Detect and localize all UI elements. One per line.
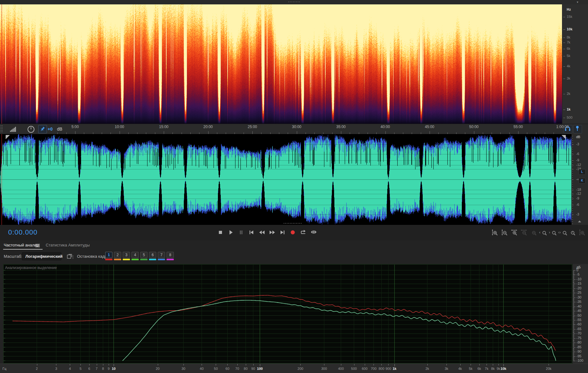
hold-frame-6[interactable]: 6 xyxy=(149,252,156,260)
plot-db-label: -35 xyxy=(576,300,581,303)
active-tab-underline xyxy=(3,249,43,250)
time-ruler-label: 20:00 xyxy=(203,125,213,129)
copy-snapshot-icon[interactable] xyxy=(66,253,74,260)
plot-frequency-label: 2k xyxy=(426,367,429,370)
marker-toggle-button[interactable] xyxy=(573,125,582,133)
amplitude-label: -12 xyxy=(576,163,581,167)
skip-to-start-button[interactable] xyxy=(247,228,256,237)
plot-frequency-ruler[interactable]: Гц 2345678910203040506070809010020030040… xyxy=(0,364,588,373)
transport-bar: 0:00.000 ‹ › ‹› xyxy=(0,225,588,241)
play-button[interactable] xyxy=(226,228,235,237)
hold-frame-8[interactable]: 8 xyxy=(167,252,174,260)
meter-levels-icon[interactable] xyxy=(9,125,18,133)
clock-icon[interactable] xyxy=(27,125,36,134)
plot-frequency-label: 7k xyxy=(485,367,488,370)
plot-frequency-label: 5k xyxy=(469,367,472,370)
plot-frequency-label: 8k xyxy=(491,367,495,370)
amplitude-ruler[interactable]: dB -3-6-9-12-18-∞-18-12-9-6-3LK xyxy=(571,134,588,225)
plot-frequency-label: 6 xyxy=(88,367,90,370)
plot-frequency-label: 900 xyxy=(385,367,391,370)
time-ruler-tick xyxy=(120,131,120,134)
time-ruler-label: 40:00 xyxy=(380,125,390,129)
plot-db-ruler[interactable]: дБ 0-5-10-15-20-25-30-35-40-45-50-55-60-… xyxy=(572,264,588,364)
time-ruler-label: 30:00 xyxy=(292,125,301,129)
skip-to-end-button[interactable] xyxy=(278,228,287,237)
hold-frame-5[interactable]: 5 xyxy=(140,252,147,260)
plot-frequency-label: 60 xyxy=(225,367,229,370)
zoom-out-amplitude-button[interactable] xyxy=(500,228,509,237)
hold-frame-number: 7 xyxy=(158,252,165,258)
zoom-timed-button[interactable] xyxy=(568,228,577,237)
zoom-full-button[interactable] xyxy=(578,228,587,237)
playhead-spectrogram[interactable] xyxy=(2,4,2,124)
toolbar-grip-handle[interactable] xyxy=(0,125,3,133)
stop-button[interactable] xyxy=(216,228,225,237)
time-ruler-tick xyxy=(518,131,518,134)
hold-frame-color-bar xyxy=(105,259,112,260)
hold-frame-3[interactable]: 3 xyxy=(123,252,130,260)
frequency-ruler-label: 500 xyxy=(567,116,572,119)
zoom-out-time-button[interactable] xyxy=(519,228,529,237)
magnifier-icon xyxy=(569,229,576,236)
tab-frequency-analysis[interactable]: Частотный анализ xyxy=(4,243,39,247)
panel-grip-handle[interactable] xyxy=(288,1,301,3)
frequency-ruler-unit: Hz xyxy=(567,8,571,11)
amplitude-label: -3 xyxy=(576,142,579,146)
plot-db-label: -75 xyxy=(576,336,581,340)
skip-selection-button[interactable] xyxy=(309,228,318,237)
transport-buttons xyxy=(216,228,318,237)
magnifier-icon xyxy=(530,229,537,236)
panel-menu-hamburger-icon[interactable] xyxy=(35,243,40,248)
scale-label: Масштаб: xyxy=(4,254,22,259)
tab-amplitude-statistics[interactable]: Статистика Амплитуды xyxy=(46,243,90,247)
hold-frame-color-bar xyxy=(140,259,147,260)
channel-button-K[interactable]: K xyxy=(579,178,585,184)
zoom-in-amplitude-button[interactable] xyxy=(490,228,499,237)
panel-splitter-handle[interactable] xyxy=(283,223,302,224)
audition-window: ▾ Hz 15k10k8k7k6k5k4k3k2k1k500 +0 dB xyxy=(0,0,588,373)
magnifier-icon xyxy=(550,229,557,236)
time-display[interactable]: 0:00.000 xyxy=(8,228,38,236)
hold-frame-7[interactable]: 7 xyxy=(158,252,165,260)
gain-handle-right[interactable] xyxy=(561,135,566,139)
skip-to-start-icon xyxy=(248,229,255,236)
fast-forward-button[interactable] xyxy=(268,228,277,237)
record-button[interactable] xyxy=(288,228,297,237)
scale-dropdown[interactable]: Логарифмический xyxy=(22,252,61,260)
plot-frequency-label: 6k xyxy=(477,367,481,370)
time-ruler-tick xyxy=(75,131,75,134)
zoom-in-at-in-point-button[interactable]: ‹ xyxy=(539,228,548,237)
plot-frequency-label: 7 xyxy=(96,367,98,370)
plot-frequency-label: 500 xyxy=(351,367,357,370)
pause-button[interactable] xyxy=(237,228,246,237)
playhead-waveform[interactable] xyxy=(2,134,2,225)
gain-handle-left[interactable] xyxy=(6,135,10,139)
hold-frame-2[interactable]: 2 xyxy=(114,252,121,260)
zoom-to-selection-button[interactable]: ‹› xyxy=(558,228,567,237)
hold-frame-1[interactable]: 1 xyxy=(105,252,112,260)
plot-frequency-label: 4 xyxy=(69,367,71,370)
loop-playback-button[interactable] xyxy=(299,228,308,237)
gain-value[interactable]: +0 xyxy=(48,127,53,132)
plot-frequency-label: 5 xyxy=(80,367,81,370)
hold-frame-number: 5 xyxy=(140,252,147,258)
zoom-in-time-button[interactable] xyxy=(510,228,519,237)
magnifier-icon xyxy=(561,229,567,236)
amplitude-label: -9 xyxy=(576,158,579,162)
frequency-ruler[interactable]: Hz 15k10k8k7k6k5k4k3k2k1k500 xyxy=(562,4,588,124)
rewind-button[interactable] xyxy=(257,228,266,237)
waveform-display[interactable] xyxy=(0,134,571,225)
zoom-in-at-out-point-button[interactable]: › xyxy=(549,228,558,237)
pin-marker-icon xyxy=(574,125,581,132)
plot-db-label: -95 xyxy=(576,354,581,358)
scroll-up-arrow[interactable] xyxy=(578,220,581,222)
spectrogram-display[interactable] xyxy=(0,4,562,124)
hold-frame-4[interactable]: 4 xyxy=(132,252,139,260)
panel-menu-icon[interactable]: ▾ xyxy=(577,0,578,4)
frequency-analysis-plot[interactable] xyxy=(3,264,572,364)
frequency-ruler-label: 4k xyxy=(567,64,570,68)
pin-toggle-button[interactable] xyxy=(38,125,47,133)
channel-button-L[interactable]: L xyxy=(579,169,585,175)
zoom-reset-button[interactable] xyxy=(529,228,538,237)
plot-db-label: -25 xyxy=(576,291,581,294)
